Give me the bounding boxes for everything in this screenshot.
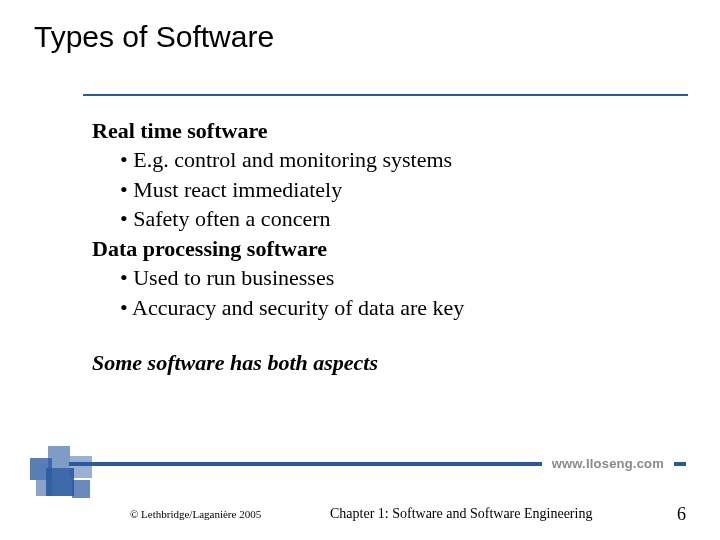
title-underline: [83, 94, 688, 96]
slide-title: Types of Software: [34, 20, 274, 54]
square-icon: [70, 456, 92, 478]
bullet-item: • Must react immediately: [92, 175, 652, 204]
square-icon: [36, 480, 52, 496]
bullet-text: Accuracy and security of data are key: [132, 295, 464, 320]
bullet-text: E.g. control and monitoring systems: [133, 147, 452, 172]
bullet-text: Used to run businesses: [133, 265, 334, 290]
section-heading-1: Real time software: [92, 116, 652, 145]
chapter-text: Chapter 1: Software and Software Enginee…: [330, 506, 592, 522]
page-number: 6: [677, 504, 686, 525]
bullet-item: • E.g. control and monitoring systems: [92, 145, 652, 174]
url-rule: [69, 462, 542, 466]
copyright-text: © Lethbridge/Laganière 2005: [130, 508, 261, 520]
square-icon: [48, 446, 70, 468]
site-url: www.lloseng.com: [552, 456, 664, 471]
bullet-item: • Safety often a concern: [92, 204, 652, 233]
slide-body: Real time software • E.g. control and mo…: [92, 116, 652, 378]
section-heading-2: Data processing software: [92, 234, 652, 263]
bullet-text: Safety often a concern: [133, 206, 330, 231]
bullet-text: Must react immediately: [133, 177, 342, 202]
square-icon: [72, 480, 90, 498]
slide: Types of Software Real time software • E…: [0, 0, 720, 540]
url-rule-tail: [674, 462, 686, 466]
corner-logo: [22, 442, 122, 502]
closing-statement: Some software has both aspects: [92, 348, 652, 377]
bullet-item: • Used to run businesses: [92, 263, 652, 292]
url-bar: www.lloseng.com: [69, 456, 686, 471]
bullet-item: • Accuracy and security of data are key: [92, 293, 652, 322]
